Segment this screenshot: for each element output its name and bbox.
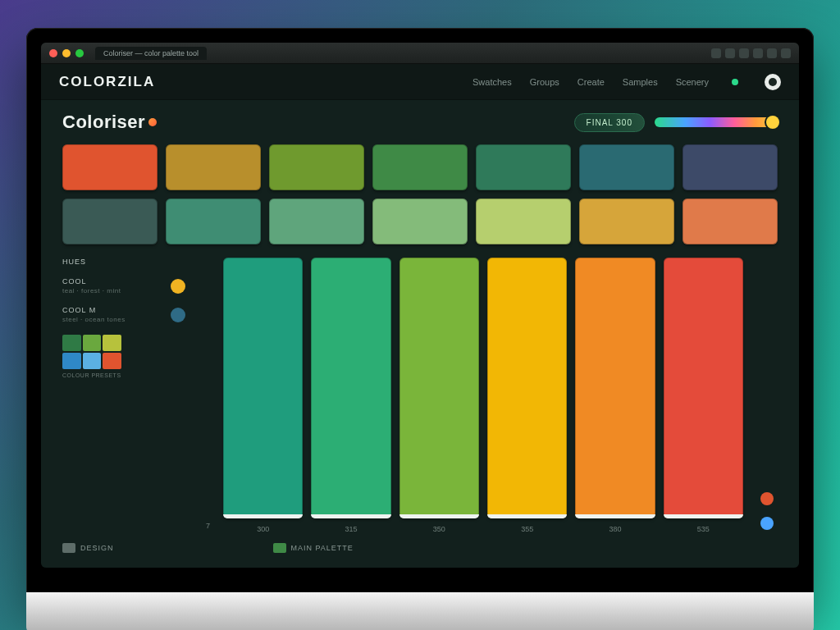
side-group-sub: teal · forest · mint (62, 287, 121, 294)
page-title-text: Coloriser (62, 112, 145, 133)
maximize-window-icon[interactable] (75, 49, 84, 57)
side-panel: HUES COOL teal · forest · mint COOL M st… (62, 258, 185, 533)
axis-tick-left: 7 (199, 522, 210, 533)
swatch[interactable] (476, 199, 571, 244)
tall-swatch[interactable] (664, 258, 743, 518)
version-badge: FINAL 300 (574, 113, 645, 132)
extension-icon[interactable] (725, 48, 735, 58)
preset-swatch[interactable] (83, 353, 102, 369)
status-dot-icon (732, 79, 738, 85)
color-dot-icon[interactable] (760, 517, 774, 530)
tall-swatch[interactable] (399, 258, 479, 518)
side-group-cool[interactable]: COOL teal · forest · mint (62, 277, 185, 294)
tall-swatch[interactable] (575, 258, 655, 518)
swatch-grid-row1 (62, 144, 778, 190)
legend-main: MAIN PALETTE (273, 543, 354, 553)
right-color-dots (756, 258, 778, 533)
side-group-title: COOL (62, 277, 121, 285)
browser-chrome: Coloriser — color palette tool (41, 43, 799, 64)
swatch[interactable] (166, 144, 261, 190)
preset-swatch[interactable] (103, 335, 121, 351)
color-dot-icon[interactable] (171, 308, 185, 322)
legend-chip-icon (273, 543, 286, 553)
swatch[interactable] (682, 199, 778, 244)
browser-toolbar-icons (711, 48, 791, 58)
legend-label: MAIN PALETTE (291, 544, 354, 552)
tall-swatch-area: 300 315 350 355 380 535 (223, 258, 743, 533)
axis-tick: 355 (487, 525, 567, 533)
preset-swatch[interactable] (62, 353, 81, 369)
close-window-icon[interactable] (49, 49, 57, 57)
account-avatar[interactable] (765, 74, 781, 90)
swatch-grid-row2 (62, 199, 778, 244)
swatch[interactable] (269, 144, 364, 190)
swatch[interactable] (476, 144, 571, 190)
preset-swatch[interactable] (83, 335, 102, 351)
hue-slider[interactable] (655, 117, 778, 127)
swatch[interactable] (372, 144, 468, 190)
swatch[interactable] (579, 144, 674, 190)
footer-legend: DESIGN MAIN PALETTE (62, 543, 778, 553)
window-controls (49, 49, 84, 57)
tall-swatch[interactable] (223, 258, 303, 518)
legend-label: DESIGN (80, 544, 114, 552)
swatch[interactable] (269, 199, 364, 244)
nav-create[interactable]: Create (578, 77, 605, 87)
page-title: Coloriser (62, 112, 157, 133)
swatch[interactable] (62, 144, 158, 190)
swatch[interactable] (682, 144, 778, 190)
title-row: Coloriser FINAL 300 (62, 112, 778, 133)
tall-swatch-grid (223, 258, 743, 518)
side-group-coolm[interactable]: COOL M steel · ocean tones (62, 306, 185, 323)
screen: Coloriser — color palette tool COLORZILA… (41, 43, 799, 568)
axis-ticks: 300 315 350 355 380 535 (223, 525, 743, 533)
minimize-window-icon[interactable] (62, 49, 71, 57)
monitor-frame: Coloriser — color palette tool COLORZILA… (26, 28, 814, 602)
legend-chip-icon (62, 543, 75, 553)
browser-menu-icon[interactable] (781, 48, 791, 58)
axis-tick: 535 (664, 525, 743, 533)
swatch[interactable] (166, 199, 261, 244)
main-nav: Swatches Groups Create Samples Scenery (472, 77, 709, 87)
extension-icon[interactable] (739, 48, 749, 58)
color-dot-icon[interactable] (171, 279, 185, 294)
brand-logo[interactable]: COLORZILA (59, 74, 155, 90)
swatch[interactable] (62, 199, 158, 244)
lower-region: HUES COOL teal · forest · mint COOL M st… (62, 258, 778, 533)
nav-samples[interactable]: Samples (623, 77, 658, 87)
preset-mini-grid (62, 335, 121, 369)
color-dot-icon[interactable] (760, 492, 774, 505)
preset-swatch[interactable] (103, 353, 121, 369)
nav-swatches[interactable]: Swatches (472, 77, 512, 87)
browser-tab[interactable]: Coloriser — color palette tool (95, 47, 207, 60)
preset-caption: COLOUR PRESETS (62, 372, 185, 378)
tall-swatch[interactable] (311, 258, 390, 518)
preset-swatch[interactable] (62, 335, 81, 351)
apple-logo-icon (411, 602, 429, 623)
axis-tick: 315 (311, 525, 390, 533)
axis-tick: 380 (575, 525, 655, 533)
brand-text: COLORZILA (59, 74, 155, 89)
app-body: Coloriser FINAL 300 (41, 100, 799, 568)
extension-icon[interactable] (711, 48, 721, 58)
side-label: HUES (62, 258, 185, 266)
swatch[interactable] (372, 199, 468, 244)
axis-tick: 350 (399, 525, 479, 533)
title-accent-icon (148, 118, 157, 126)
extension-icon[interactable] (753, 48, 763, 58)
badge-area: FINAL 300 (574, 113, 778, 132)
extension-icon[interactable] (767, 48, 777, 58)
nav-scenery[interactable]: Scenery (676, 77, 709, 87)
app-header: COLORZILA Swatches Groups Create Samples… (41, 64, 799, 100)
nav-groups[interactable]: Groups (530, 77, 559, 87)
legend-design: DESIGN (62, 543, 114, 553)
swatch[interactable] (579, 199, 674, 244)
side-group-sub: steel · ocean tones (62, 316, 126, 323)
tall-swatch[interactable] (487, 258, 567, 518)
side-group-title: COOL M (62, 306, 126, 314)
axis-tick: 300 (223, 525, 303, 533)
